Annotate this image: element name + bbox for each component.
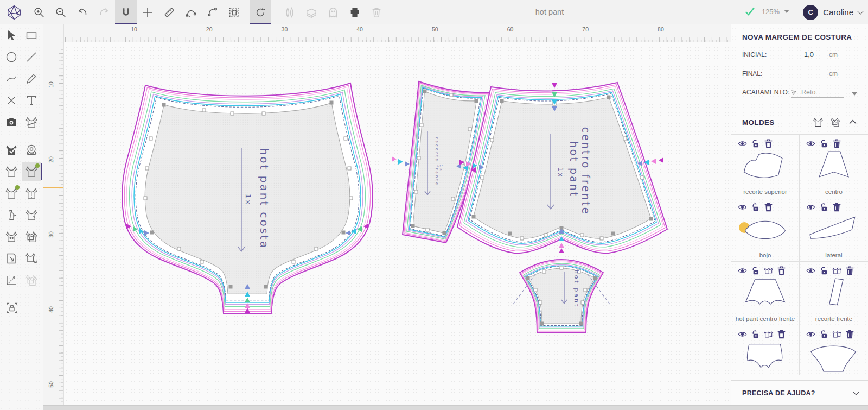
zoom-out-button[interactable]	[50, 0, 72, 24]
caret-down-icon[interactable]	[852, 92, 857, 96]
export-mold-tool[interactable]	[2, 249, 21, 268]
control-handle[interactable]	[581, 301, 584, 304]
zoom-level-dropdown[interactable]: 125%	[761, 7, 790, 18]
mold-card-lateral[interactable]: lateral	[800, 198, 868, 262]
mold-card-bojo[interactable]: bojo	[731, 198, 800, 262]
mold-copy-tool[interactable]	[22, 249, 41, 268]
control-handle[interactable]	[348, 167, 351, 170]
control-handle[interactable]	[200, 260, 203, 263]
control-handle[interactable]	[468, 128, 471, 131]
mold-marks-tool[interactable]	[2, 227, 21, 247]
lock-area-tool[interactable]	[2, 298, 22, 318]
mold-card-hot-pant-centro-frente[interactable]: hot pant centro frente	[731, 262, 800, 325]
control-handle[interactable]	[490, 138, 494, 142]
mold-side-tool[interactable]	[2, 205, 21, 225]
control-handle[interactable]	[420, 123, 423, 127]
control-handle[interactable]	[539, 301, 542, 304]
chevron-down-icon[interactable]	[857, 8, 863, 14]
control-handle[interactable]	[607, 96, 610, 99]
control-handle[interactable]	[417, 156, 420, 160]
control-handle[interactable]	[264, 285, 267, 288]
control-handle[interactable]	[641, 176, 644, 179]
control-handle[interactable]	[579, 322, 583, 325]
move-cross-button[interactable]	[137, 0, 158, 24]
zoom-in-button[interactable]	[28, 0, 50, 24]
control-handle[interactable]	[600, 237, 603, 240]
control-handle[interactable]	[262, 112, 265, 115]
undo-button[interactable]	[72, 0, 93, 24]
control-handle[interactable]	[472, 215, 475, 218]
app-logo-icon[interactable]	[0, 0, 28, 24]
curve-tool[interactable]	[2, 69, 21, 89]
control-handle[interactable]	[414, 190, 418, 193]
initial-field[interactable]: cm	[804, 51, 838, 60]
bezier-curve-button[interactable]	[180, 0, 202, 24]
control-handle[interactable]	[534, 288, 537, 292]
select-mold-marquee-button[interactable]	[224, 0, 245, 24]
control-handle[interactable]	[315, 247, 318, 250]
control-handle[interactable]	[580, 234, 584, 237]
corner-curve-button[interactable]	[202, 0, 224, 24]
control-handle[interactable]	[450, 93, 453, 97]
mold-single-icon[interactable]	[813, 117, 824, 128]
initial-input[interactable]	[804, 51, 822, 59]
control-handle[interactable]	[292, 260, 295, 263]
control-handle[interactable]	[144, 197, 147, 200]
control-handle[interactable]	[349, 197, 353, 200]
ruler-tool-button[interactable]	[158, 0, 180, 24]
control-handle[interactable]	[344, 137, 347, 140]
mold-margin-tool[interactable]	[2, 184, 21, 203]
pattern-piece-hot-pant-small[interactable]	[520, 260, 603, 332]
help-bar[interactable]: PRECISA DE AJUDA?	[731, 380, 868, 405]
control-handle[interactable]	[202, 109, 206, 112]
control-handle[interactable]	[540, 322, 544, 325]
snap-magnet-button[interactable]	[115, 0, 137, 24]
control-handle[interactable]	[544, 234, 547, 237]
control-handle[interactable]	[508, 232, 512, 235]
mold-stack-icon[interactable]	[830, 117, 841, 128]
control-handle[interactable]	[649, 217, 653, 220]
control-handle[interactable]	[162, 103, 165, 106]
control-handle[interactable]	[411, 224, 414, 228]
control-handle[interactable]	[229, 285, 232, 288]
control-handle[interactable]	[423, 90, 426, 93]
horizontal-scrollbar[interactable]	[43, 405, 868, 410]
rotate-button[interactable]	[250, 0, 271, 24]
delete-point-tool[interactable]	[2, 91, 21, 110]
photo-tool[interactable]	[2, 112, 21, 132]
document-title[interactable]: hot pant	[535, 0, 564, 24]
control-handle[interactable]	[593, 276, 597, 280]
control-handle[interactable]	[426, 228, 429, 231]
control-handle[interactable]	[520, 237, 524, 240]
control-handle[interactable]	[177, 247, 181, 250]
mold-card-8[interactable]	[800, 325, 868, 375]
rectangle-tool[interactable]	[22, 26, 41, 45]
control-handle[interactable]	[149, 137, 152, 140]
control-handle[interactable]	[611, 232, 615, 235]
mold-outline-tool[interactable]	[2, 162, 21, 181]
final-field[interactable]: cm	[804, 70, 838, 79]
mold-card-recorte-frente[interactable]: recorte frente	[800, 262, 868, 325]
mold-mirror-tool[interactable]	[22, 184, 41, 203]
control-handle[interactable]	[623, 137, 627, 140]
control-handle[interactable]	[560, 266, 563, 269]
control-handle[interactable]	[330, 101, 333, 104]
control-handle[interactable]	[475, 99, 478, 103]
ellipse-tool[interactable]	[2, 47, 21, 67]
mold-card-7[interactable]	[731, 325, 800, 375]
mold-card-recorte-superior[interactable]: recorte superior	[731, 135, 800, 198]
measuring-tape-tool[interactable]	[22, 140, 41, 160]
pencil-tool[interactable]	[22, 69, 41, 89]
final-input[interactable]	[804, 70, 822, 78]
pattern-canvas[interactable]: hot pant costa 1x recorte frente 1x hot …	[43, 24, 731, 410]
mold-notch-tool[interactable]	[22, 205, 41, 225]
control-handle[interactable]	[145, 167, 149, 170]
collapse-chevron-icon[interactable]	[847, 117, 858, 128]
finish-select[interactable]: Reto	[791, 89, 844, 98]
control-handle[interactable]	[500, 99, 503, 103]
user-name[interactable]: Caroline	[823, 8, 853, 17]
select-cursor-tool[interactable]	[2, 26, 21, 45]
mold-group-tool[interactable]	[22, 227, 41, 247]
mold-seam-tool-active[interactable]	[22, 162, 41, 181]
control-handle[interactable]	[231, 112, 234, 115]
